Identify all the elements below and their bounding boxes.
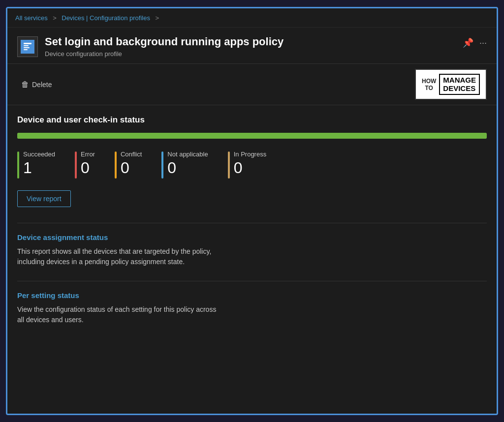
- per-setting-desc: View the configuration status of each se…: [17, 304, 224, 325]
- checkin-status-title: Device and user check-in status: [17, 115, 487, 125]
- stat-label-conflict: Conflict: [121, 151, 142, 158]
- stat-info-in-progress: In Progress 0: [234, 151, 266, 176]
- delete-button[interactable]: 🗑 Delete: [17, 78, 56, 91]
- stat-bar-succeeded: [17, 151, 19, 179]
- toolbar: 🗑 Delete HOW TO MANAGE DEVICES: [7, 64, 497, 105]
- stat-bar-conflict: [115, 151, 117, 179]
- stat-value-in-progress: 0: [234, 160, 266, 176]
- stat-bar-not-applicable: [161, 151, 163, 179]
- stats-row: Succeeded 1 Error 0 Conflict 0: [17, 151, 487, 179]
- svg-rect-0: [24, 43, 32, 44]
- device-assignment-card: Device assignment status This report sho…: [17, 223, 487, 277]
- stat-info-conflict: Conflict 0: [121, 151, 142, 176]
- breadcrumb: All services > Devices | Configuration p…: [7, 8, 497, 28]
- logo-to: TO: [425, 85, 433, 91]
- svg-rect-3: [24, 49, 28, 50]
- logo-manage-devices: MANAGE DEVICES: [439, 74, 480, 95]
- pin-icon[interactable]: 📌: [463, 37, 473, 48]
- logo-manage: MANAGE: [443, 76, 476, 85]
- trash-icon: 🗑: [21, 80, 29, 89]
- header-section: Set login and background running apps po…: [7, 28, 497, 64]
- main-window: All services > Devices | Configuration p…: [6, 7, 498, 415]
- logo-how: HOW: [422, 78, 436, 85]
- header-actions: 📌 ···: [463, 37, 487, 48]
- stat-value-not-applicable: 0: [167, 160, 208, 176]
- stat-value-succeeded: 1: [23, 160, 55, 176]
- view-report-button[interactable]: View report: [17, 190, 71, 207]
- stat-succeeded: Succeeded 1: [17, 151, 55, 179]
- stat-info-not-applicable: Not applicable 0: [167, 151, 208, 176]
- stat-label-not-applicable: Not applicable: [167, 151, 208, 158]
- logo-box: HOW TO MANAGE DEVICES: [415, 69, 487, 100]
- header-left: Set login and background running apps po…: [17, 35, 463, 58]
- more-options-icon[interactable]: ···: [479, 38, 487, 48]
- policy-icon: [17, 36, 38, 57]
- stat-conflict: Conflict 0: [115, 151, 142, 179]
- svg-rect-1: [24, 45, 29, 46]
- stat-label-error: Error: [81, 151, 95, 158]
- svg-rect-2: [24, 47, 30, 48]
- toolbar-left: 🗑 Delete: [17, 78, 56, 91]
- stat-info-succeeded: Succeeded 1: [23, 151, 55, 176]
- logo-devices: DEVICES: [443, 85, 476, 93]
- stat-label-in-progress: In Progress: [234, 151, 266, 158]
- stat-bar-in-progress: [228, 151, 230, 179]
- device-assignment-desc: This report shows all the devices that a…: [17, 246, 224, 267]
- logo-how-to: HOW TO: [422, 78, 436, 91]
- main-content: Device and user check-in status Succeede…: [7, 105, 497, 349]
- breadcrumb-devices-profiles[interactable]: Devices | Configuration profiles: [62, 14, 150, 22]
- stat-bar-error: [75, 151, 77, 179]
- page-subtitle: Device configuration profile: [45, 50, 284, 58]
- stat-not-applicable: Not applicable 0: [161, 151, 208, 179]
- stat-info-error: Error 0: [81, 151, 95, 176]
- per-setting-title[interactable]: Per setting status: [17, 291, 487, 300]
- per-setting-card: Per setting status View the configuratio…: [17, 281, 487, 335]
- progress-bar-fill: [17, 133, 487, 139]
- device-assignment-title[interactable]: Device assignment status: [17, 233, 487, 241]
- stat-error: Error 0: [75, 151, 95, 179]
- header-text: Set login and background running apps po…: [45, 35, 284, 58]
- breadcrumb-separator-1: >: [53, 14, 57, 22]
- stat-label-succeeded: Succeeded: [23, 151, 55, 158]
- stat-in-progress: In Progress 0: [228, 151, 266, 179]
- stat-value-error: 0: [81, 160, 95, 176]
- progress-bar-container: [17, 133, 487, 139]
- breadcrumb-all-services[interactable]: All services: [15, 14, 48, 22]
- policy-icon-inner: [21, 40, 34, 54]
- stat-value-conflict: 0: [121, 160, 142, 176]
- delete-label: Delete: [32, 81, 52, 89]
- page-title: Set login and background running apps po…: [45, 35, 284, 48]
- breadcrumb-separator-2: >: [155, 14, 159, 22]
